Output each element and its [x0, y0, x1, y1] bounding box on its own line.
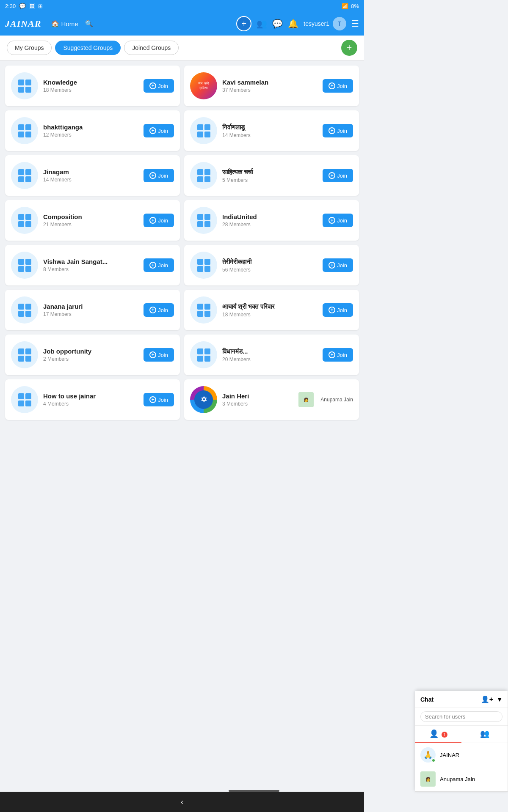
group-members-knowledge: 18 Members [43, 87, 138, 93]
group-name-acharya-bhakt: आचार्य श्री भक्त परिवार [222, 303, 318, 310]
anupama-jain-name: Anupama Jain [320, 397, 353, 403]
join-button-how-to-use[interactable]: + Join [144, 393, 174, 406]
join-button-knowledge[interactable]: + Join [144, 79, 174, 93]
join-button-terimeri-kahani[interactable]: + Join [323, 258, 353, 272]
join-button-vishwa-jain[interactable]: + Join [144, 258, 174, 272]
join-plus-icon: + [329, 172, 335, 179]
menu-icon-btn[interactable]: ☰ [351, 19, 359, 29]
people-icon-btn[interactable]: 👥 [257, 19, 267, 29]
status-left: 2:30 💬 🖼 ⊞ [5, 3, 43, 9]
group-card-vidhan-mand: विधानमंड... 20 Members + Join [184, 335, 359, 375]
search-icon: 🔍 [85, 20, 93, 27]
join-label: Join [337, 262, 347, 269]
join-button-nirvanladoo[interactable]: + Join [323, 124, 353, 137]
group-icon-terimeri-kahani [190, 252, 217, 279]
chat-icon-btn[interactable]: 💬 [272, 19, 283, 29]
group-info-vidhan-mand: विधानमंड... 20 Members [222, 348, 318, 362]
join-label: Join [337, 307, 347, 313]
group-name-vishwa-jain: Vishwa Jain Sangat... [43, 258, 138, 265]
home-nav-item[interactable]: 🏠 Home [51, 20, 78, 27]
join-label: Join [158, 128, 168, 134]
people-icon: 👥 [257, 19, 267, 29]
add-button[interactable]: + [236, 16, 251, 31]
search-nav-item[interactable]: 🔍 [85, 20, 93, 27]
kavi-sammelan-image: जैन कविप्रतिभा [190, 72, 217, 99]
username-label: tesyuser1 [304, 20, 329, 27]
fab-plus-icon: + [347, 42, 352, 53]
group-members-indiaunited: 28 Members [222, 222, 318, 228]
group-icon-vidhan-mand [190, 341, 217, 368]
join-label: Join [337, 352, 347, 358]
join-plus-icon: + [329, 82, 335, 89]
user-info[interactable]: tesyuser1 T [304, 17, 346, 30]
group-icon-composition [11, 207, 38, 234]
group-info-terimeri-kahani: तेरीमेरीकहानी 56 Members [222, 258, 318, 273]
tab-my-groups[interactable]: My Groups [7, 41, 52, 55]
groups-grid: Knowledge 18 Members + Join जैन कविप्रति… [0, 60, 364, 425]
join-plus-icon: + [149, 172, 156, 179]
status-bar: 2:30 💬 🖼 ⊞ 📶 8% [0, 0, 364, 12]
group-name-jain-heri: Jain Heri [222, 392, 293, 400]
join-button-acharya-bhakt[interactable]: + Join [323, 303, 353, 317]
join-plus-icon: + [149, 262, 156, 269]
group-info-nirvanladoo: निर्वाणलाडू 14 Members [222, 123, 318, 138]
group-name-composition: Composition [43, 213, 138, 220]
join-plus-icon: + [149, 307, 156, 313]
group-info-vishwa-jain: Vishwa Jain Sangat... 8 Members [43, 258, 138, 272]
join-plus-icon: + [149, 396, 156, 403]
tab-joined-groups[interactable]: Joined Groups [124, 41, 179, 55]
join-button-bhakttiganga[interactable]: + Join [144, 124, 174, 137]
group-info-janana-jaruri: Janana jaruri 17 Members [43, 303, 138, 317]
group-icon-acharya-bhakt [190, 296, 217, 324]
whatsapp-icon: 💬 [19, 3, 26, 9]
group-members-nirvanladoo: 14 Members [222, 132, 318, 138]
group-info-how-to-use: How to use jainar 4 Members [43, 392, 138, 407]
join-button-composition[interactable]: + Join [144, 214, 174, 227]
group-card-janana-jaruri: Janana jaruri 17 Members + Join [5, 290, 180, 330]
tab-suggested-groups[interactable]: Suggested Groups [55, 41, 121, 55]
status-time: 2:30 [5, 3, 16, 9]
join-label: Join [158, 83, 168, 89]
group-icon-nirvanladoo [190, 117, 217, 144]
group-info-acharya-bhakt: आचार्य श्री भक्त परिवार 18 Members [222, 303, 318, 318]
join-button-kavi-sammelan[interactable]: + Join [323, 79, 353, 93]
back-button[interactable]: ‹ [181, 798, 183, 807]
back-icon: ‹ [181, 798, 183, 806]
join-button-janana-jaruri[interactable]: + Join [144, 303, 174, 317]
join-button-vidhan-mand[interactable]: + Join [323, 348, 353, 362]
join-button-job-opportunity[interactable]: + Join [144, 348, 174, 362]
join-plus-icon: + [149, 351, 156, 358]
group-name-nirvanladoo: निर्वाणलाडू [222, 123, 318, 131]
group-members-janana-jaruri: 17 Members [43, 311, 138, 317]
join-button-indiaunited[interactable]: + Join [323, 214, 353, 227]
group-info-kavi-sammelan: Kavi sammelan 37 Members [222, 79, 318, 93]
group-card-kavi-sammelan: जैन कविप्रतिभा Kavi sammelan 37 Members … [184, 66, 359, 106]
group-card-acharya-bhakt: आचार्य श्री भक्त परिवार 18 Members + Joi… [184, 290, 359, 330]
group-members-kavi-sammelan: 37 Members [222, 87, 318, 93]
group-members-terimeri-kahani: 56 Members [222, 267, 318, 273]
fab-add-button[interactable]: + [341, 40, 357, 56]
group-info-knowledge: Knowledge 18 Members [43, 79, 138, 93]
join-button-jinagam[interactable]: + Join [144, 169, 174, 182]
group-card-knowledge: Knowledge 18 Members + Join [5, 66, 180, 106]
avatar: T [333, 17, 346, 30]
chat-icon: 💬 [272, 19, 283, 29]
group-name-job-opportunity: Job opportunity [43, 348, 138, 355]
group-members-bhakttiganga: 12 Members [43, 132, 138, 138]
join-button-sahityak-charcha[interactable]: + Join [323, 169, 353, 182]
navbar: JAINAR 🏠 Home 🔍 + 👥 💬 🔔 tesyuser1 T ☰ [0, 12, 364, 36]
notification-icon-btn[interactable]: 🔔 [288, 19, 298, 29]
bottom-nav: ‹ [0, 792, 364, 812]
join-label: Join [158, 307, 168, 313]
group-name-kavi-sammelan: Kavi sammelan [222, 79, 318, 86]
home-icon: 🏠 [51, 20, 59, 27]
join-label: Join [158, 397, 168, 403]
group-members-sahityak-charcha: 5 Members [222, 177, 318, 183]
group-name-terimeri-kahani: तेरीमेरीकहानी [222, 258, 318, 266]
join-label: Join [337, 128, 347, 134]
group-members-jain-heri: 3 Members [222, 401, 293, 407]
group-name-indiaunited: IndiaUnited [222, 213, 318, 220]
group-card-how-to-use: How to use jainar 4 Members + Join [5, 379, 180, 420]
group-info-jain-heri: Jain Heri 3 Members [222, 392, 293, 407]
gallery-icon: 🖼 [29, 3, 35, 9]
